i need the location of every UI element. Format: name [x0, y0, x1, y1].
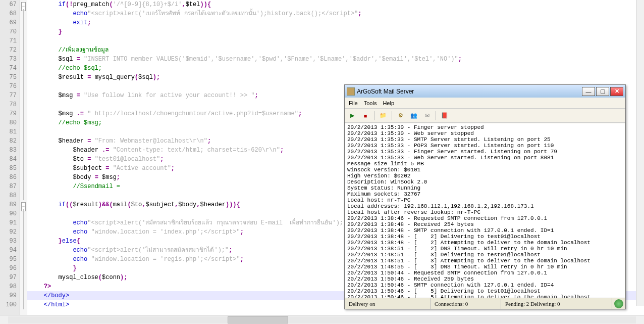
fold-cell[interactable] — [20, 291, 27, 300]
title-bar[interactable]: ArGoSoft Mail Server — ▢ ✕ — [345, 85, 625, 98]
toolbar: ▶ ■ 📁 ⚙ 👥 ✉ 📕 — [345, 109, 625, 123]
line-number: 97 — [0, 273, 20, 282]
fold-cell[interactable] — [20, 118, 27, 127]
code-line[interactable]: $result = mysql_query($sql); — [27, 73, 644, 82]
fold-cell[interactable] — [20, 182, 27, 191]
fold-cell[interactable] — [20, 246, 27, 255]
fold-cell[interactable] — [20, 273, 27, 282]
app-icon — [347, 87, 355, 96]
status-delivery: Delivery on — [345, 298, 431, 309]
scrollbar-thumb[interactable] — [228, 316, 288, 323]
line-number: 80 — [0, 118, 20, 127]
maximize-button[interactable]: ▢ — [596, 87, 609, 96]
fold-cell[interactable] — [20, 18, 27, 27]
line-number: 75 — [0, 73, 20, 82]
fold-cell[interactable] — [20, 109, 27, 118]
menu-help[interactable]: Help — [383, 100, 394, 106]
status-delivering: Delivering: 0 — [530, 301, 560, 307]
fold-cell[interactable] — [20, 237, 27, 246]
fold-cell[interactable] — [20, 136, 27, 146]
fold-cell[interactable] — [20, 45, 27, 55]
mail-icon[interactable]: ✉ — [422, 111, 432, 120]
folder-icon[interactable]: 📁 — [379, 111, 388, 120]
fold-cell[interactable] — [20, 36, 27, 45]
window-title: ArGoSoft Mail Server — [357, 88, 582, 95]
line-number-gutter: 6768697071727374757677787980818283848586… — [0, 0, 20, 315]
line-number: 71 — [0, 36, 20, 45]
code-line[interactable]: if(!preg_match('/^[0-9]{8,10}+$/i',$tel)… — [27, 0, 644, 9]
status-bar: Delivery on Connections: 0 Pending: 2 De… — [345, 298, 625, 309]
fold-cell[interactable] — [20, 82, 27, 91]
code-line[interactable]: //เพิ่มลงฐานข้อมูล — [27, 45, 644, 55]
line-number: 74 — [0, 64, 20, 73]
line-number: 77 — [0, 91, 20, 100]
fold-cell[interactable] — [20, 146, 27, 155]
line-number: 70 — [0, 27, 20, 36]
line-number: 87 — [0, 182, 20, 191]
fold-cell[interactable] — [20, 264, 27, 273]
line-number: 92 — [0, 227, 20, 237]
fold-cell[interactable] — [20, 282, 27, 291]
line-number: 81 — [0, 127, 20, 136]
line-number: 88 — [0, 191, 20, 200]
fold-cell[interactable] — [20, 164, 27, 173]
fold-cell[interactable] — [20, 100, 27, 109]
play-icon[interactable]: ▶ — [348, 111, 357, 120]
line-number: 85 — [0, 164, 20, 173]
line-number: 79 — [0, 109, 20, 118]
fold-cell[interactable] — [20, 218, 27, 227]
line-number: 86 — [0, 173, 20, 182]
line-number: 96 — [0, 264, 20, 273]
status-connections: Connections: 0 — [431, 298, 501, 309]
line-number: 94 — [0, 246, 20, 255]
fold-cell[interactable] — [20, 73, 27, 82]
log-area[interactable]: 20/2/2013 1:35:30 - Finger server stoppe… — [345, 123, 625, 298]
line-number: 84 — [0, 155, 20, 164]
fold-cell[interactable] — [20, 27, 27, 36]
menu-file[interactable]: File — [349, 100, 358, 106]
code-line[interactable] — [27, 36, 644, 45]
line-number: 78 — [0, 100, 20, 109]
horizontal-scrollbar[interactable] — [0, 315, 644, 324]
fold-cell[interactable] — [20, 64, 27, 73]
line-number: 82 — [0, 136, 20, 146]
vertical-scrollbar[interactable] — [636, 0, 644, 306]
fold-column[interactable]: −− — [20, 0, 27, 315]
line-number: 93 — [0, 237, 20, 246]
line-number: 89 — [0, 200, 20, 209]
code-line[interactable]: echo"<script>alert('เบอร์โทรศัพท์ กรอกได… — [27, 9, 644, 18]
line-number: 67 — [0, 0, 20, 9]
fold-cell[interactable] — [20, 55, 27, 64]
fold-cell[interactable]: − — [20, 0, 27, 9]
line-number: 99 — [0, 291, 20, 300]
menu-tools[interactable]: Tools — [364, 100, 377, 106]
argosoft-logo-icon — [614, 299, 623, 308]
line-number: 100 — [0, 300, 20, 309]
stop-icon[interactable]: ■ — [361, 111, 370, 120]
book-icon[interactable]: 📕 — [440, 111, 449, 120]
fold-cell[interactable] — [20, 127, 27, 136]
fold-cell[interactable] — [20, 9, 27, 18]
menu-bar: File Tools Help — [345, 98, 625, 109]
code-line[interactable]: } — [27, 27, 644, 36]
fold-cell[interactable] — [20, 300, 27, 309]
fold-cell[interactable] — [20, 255, 27, 264]
line-number: 90 — [0, 209, 20, 218]
gear-icon[interactable]: ⚙ — [396, 111, 405, 120]
line-number: 76 — [0, 82, 20, 91]
line-number: 91 — [0, 218, 20, 227]
fold-cell[interactable] — [20, 227, 27, 237]
close-button[interactable]: ✕ — [610, 87, 623, 96]
code-line[interactable]: //echo $sql; — [27, 64, 644, 73]
fold-cell[interactable] — [20, 191, 27, 200]
fold-cell[interactable]: − — [20, 200, 27, 209]
users-icon[interactable]: 👥 — [409, 111, 418, 120]
fold-cell[interactable] — [20, 155, 27, 164]
code-line[interactable]: $sql = "INSERT INTO member VALUES('$memi… — [27, 55, 644, 64]
minimize-button[interactable]: — — [582, 87, 595, 96]
fold-cell[interactable] — [20, 173, 27, 182]
line-number: 72 — [0, 45, 20, 55]
code-line[interactable]: exit; — [27, 18, 644, 27]
fold-cell[interactable] — [20, 209, 27, 218]
fold-cell[interactable] — [20, 91, 27, 100]
